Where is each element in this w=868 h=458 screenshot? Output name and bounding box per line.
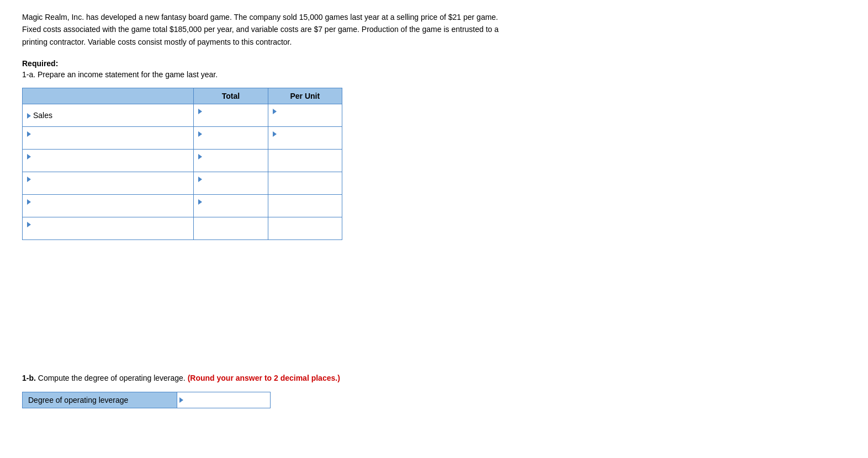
row-total-3[interactable] bbox=[194, 150, 268, 172]
arrow-icon bbox=[198, 109, 202, 114]
total6-input[interactable] bbox=[198, 224, 263, 233]
row-label-3[interactable] bbox=[23, 150, 194, 172]
label2-input[interactable] bbox=[27, 138, 189, 147]
sub1a-label: 1-a. Prepare an income statement for the… bbox=[22, 70, 846, 79]
row-total-4[interactable] bbox=[194, 172, 268, 195]
row-label-5[interactable] bbox=[23, 195, 194, 217]
arrow-icon bbox=[27, 177, 31, 182]
spacer bbox=[22, 257, 846, 367]
sub1b-note: (Round your answer to 2 decimal places.) bbox=[188, 374, 340, 382]
total4-input[interactable] bbox=[198, 183, 263, 192]
col-header-label bbox=[23, 88, 194, 104]
perunit3-input[interactable] bbox=[273, 156, 337, 165]
sub1b-label-bold: 1-b. bbox=[22, 374, 36, 382]
arrow-icon bbox=[273, 131, 277, 137]
label5-input[interactable] bbox=[27, 206, 189, 215]
arrow-icon bbox=[27, 154, 31, 159]
perunit2-input[interactable] bbox=[273, 138, 337, 147]
table-row bbox=[23, 127, 342, 150]
problem-container: Magic Realm, Inc. has developed a new fa… bbox=[22, 11, 846, 408]
row-total-2[interactable] bbox=[194, 127, 268, 150]
table-header-row: Total Per Unit bbox=[23, 88, 342, 104]
leverage-row: Degree of operating leverage bbox=[22, 392, 271, 408]
row-total-5[interactable] bbox=[194, 195, 268, 217]
sub1b-label-text: Compute the degree of operating leverage… bbox=[38, 374, 188, 382]
table-row bbox=[23, 172, 342, 195]
arrow-icon bbox=[198, 177, 202, 182]
arrow-icon bbox=[273, 109, 277, 114]
label3-input[interactable] bbox=[27, 161, 189, 169]
total2-input[interactable] bbox=[198, 138, 263, 147]
arrow-icon bbox=[27, 199, 31, 205]
label4-input[interactable] bbox=[27, 183, 189, 192]
row-label-6[interactable] bbox=[23, 217, 194, 240]
table-row bbox=[23, 150, 342, 172]
table-row: Sales bbox=[23, 104, 342, 127]
sub1b-label: 1-b. Compute the degree of operating lev… bbox=[22, 372, 846, 384]
row-perunit-6[interactable] bbox=[268, 217, 342, 240]
arrow-icon bbox=[27, 131, 31, 137]
total3-input[interactable] bbox=[198, 161, 263, 169]
arrow-icon bbox=[198, 154, 202, 159]
row-label-2[interactable] bbox=[23, 127, 194, 150]
perunit6-input[interactable] bbox=[273, 224, 337, 233]
label6-input[interactable] bbox=[27, 228, 189, 237]
sales-perunit-input[interactable] bbox=[273, 115, 337, 124]
row-perunit-2[interactable] bbox=[268, 127, 342, 150]
total5-input[interactable] bbox=[198, 206, 263, 215]
arrow-icon bbox=[198, 199, 202, 205]
income-statement-table: Total Per Unit Sales bbox=[22, 88, 342, 240]
row-perunit-3[interactable] bbox=[268, 150, 342, 172]
problem-text: Magic Realm, Inc. has developed a new fa… bbox=[22, 11, 519, 48]
row-label-4[interactable] bbox=[23, 172, 194, 195]
arrow-icon bbox=[179, 397, 183, 403]
row-perunit-sales[interactable] bbox=[268, 104, 342, 127]
col-header-per-unit: Per Unit bbox=[268, 88, 342, 104]
arrow-icon bbox=[27, 222, 31, 227]
row-total-sales[interactable] bbox=[194, 104, 268, 127]
leverage-input-cell[interactable] bbox=[177, 392, 270, 408]
row-label-sales: Sales bbox=[23, 104, 194, 127]
leverage-value-input[interactable] bbox=[186, 396, 268, 404]
arrow-icon bbox=[198, 131, 202, 137]
row-total-6[interactable] bbox=[194, 217, 268, 240]
table-row bbox=[23, 195, 342, 217]
sales-total-input[interactable] bbox=[198, 115, 263, 124]
section-1b: 1-b. Compute the degree of operating lev… bbox=[22, 372, 846, 408]
required-label: Required: bbox=[22, 59, 846, 68]
table-row bbox=[23, 217, 342, 240]
row-perunit-5[interactable] bbox=[268, 195, 342, 217]
leverage-label: Degree of operating leverage bbox=[23, 392, 177, 408]
row-perunit-4[interactable] bbox=[268, 172, 342, 195]
perunit5-input[interactable] bbox=[273, 201, 337, 210]
perunit4-input[interactable] bbox=[273, 179, 337, 188]
col-header-total: Total bbox=[194, 88, 268, 104]
arrow-icon bbox=[27, 113, 31, 119]
